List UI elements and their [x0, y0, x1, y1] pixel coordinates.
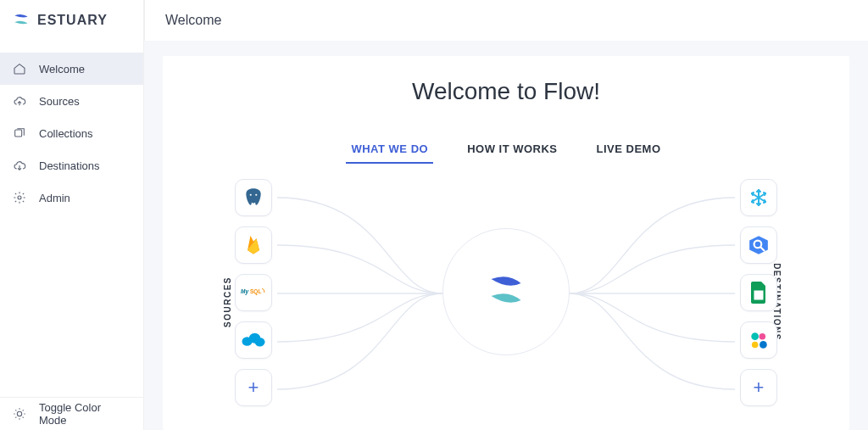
firebase-icon	[244, 234, 263, 256]
svg-point-17	[752, 342, 759, 349]
destination-google-sheets[interactable]	[740, 274, 777, 311]
svg-point-16	[760, 333, 766, 340]
estuary-flow-icon	[485, 271, 527, 313]
sidebar-item-label: Welcome	[39, 63, 85, 75]
sources-label: SOURCES	[223, 276, 232, 327]
toggle-color-mode-label: Toggle Color Mode	[39, 401, 131, 427]
tab-how-it-works[interactable]: HOW IT WORKS	[462, 136, 562, 164]
flow-diagram: SOURCES DESTINATIONS	[235, 179, 777, 425]
google-sheets-icon	[750, 282, 767, 304]
tab-live-demo[interactable]: LIVE DEMO	[592, 136, 666, 164]
svg-text:My: My	[241, 288, 248, 295]
toggle-color-mode[interactable]: Toggle Color Mode	[0, 398, 143, 430]
svg-point-3	[250, 194, 252, 196]
brand-logo[interactable]: ESTUARY	[0, 0, 143, 41]
page-title: Welcome	[165, 13, 221, 28]
home-icon	[12, 61, 27, 76]
sidebar-item-admin[interactable]: Admin	[0, 181, 143, 214]
destination-snowflake[interactable]	[740, 179, 777, 216]
svg-point-18	[760, 341, 767, 349]
plus-icon: +	[754, 377, 765, 399]
gear-icon	[12, 190, 27, 205]
svg-point-9	[255, 338, 265, 347]
welcome-tabs: WHAT WE DO HOW IT WORKS LIVE DEMO	[163, 136, 849, 164]
svg-point-1	[18, 196, 21, 199]
sidebar-item-collections[interactable]: Collections	[0, 117, 143, 149]
salesforce-icon	[241, 331, 266, 349]
plus-icon: +	[248, 377, 259, 399]
main-area: Welcome Welcome to Flow! WHAT WE DO HOW …	[144, 0, 868, 430]
destination-add[interactable]: +	[740, 369, 777, 406]
svg-point-2	[17, 411, 21, 416]
estuary-logo-icon	[12, 11, 31, 30]
destination-bigquery[interactable]	[740, 226, 777, 264]
source-add[interactable]: +	[235, 369, 272, 406]
source-mysql[interactable]: MySQL	[235, 274, 272, 311]
welcome-panel: Welcome to Flow! WHAT WE DO HOW IT WORKS…	[163, 56, 849, 430]
mysql-icon: MySQL	[241, 285, 266, 300]
postgresql-icon	[242, 187, 264, 209]
sidebar-item-label: Destinations	[39, 159, 100, 172]
cloud-up-icon	[12, 93, 27, 109]
sidebar-item-welcome[interactable]: Welcome	[0, 53, 143, 85]
bigquery-icon	[748, 234, 770, 256]
sidebar-item-destinations[interactable]: Destinations	[0, 149, 143, 181]
brightness-icon	[12, 406, 27, 422]
svg-text:SQL: SQL	[250, 288, 261, 295]
source-firebase[interactable]	[235, 226, 272, 264]
flow-center	[442, 228, 570, 355]
svg-point-15	[751, 332, 759, 340]
svg-marker-10	[749, 236, 768, 254]
svg-point-4	[255, 194, 257, 196]
svg-rect-0	[15, 130, 22, 137]
sidebar: ESTUARY Welcome Sources Collections	[0, 0, 144, 430]
source-salesforce[interactable]	[235, 321, 272, 359]
sidebar-item-label: Sources	[39, 95, 80, 108]
source-column: MySQL +	[235, 179, 272, 406]
collections-icon	[12, 126, 27, 141]
elasticsearch-icon	[748, 329, 770, 351]
cloud-down-icon	[12, 158, 27, 173]
welcome-heading: Welcome to Flow!	[163, 78, 849, 105]
sidebar-item-label: Admin	[39, 192, 70, 204]
sidebar-item-label: Collections	[39, 127, 93, 140]
source-postgresql[interactable]	[235, 179, 272, 216]
tab-what-we-do[interactable]: WHAT WE DO	[346, 136, 433, 164]
brand-name: ESTUARY	[37, 13, 108, 28]
sidebar-item-sources[interactable]: Sources	[0, 85, 143, 117]
destination-elasticsearch[interactable]	[740, 321, 777, 359]
header: Welcome	[144, 0, 868, 41]
destination-column: +	[740, 179, 777, 406]
snowflake-icon	[748, 187, 769, 208]
sidebar-nav: Welcome Sources Collections Destinations	[0, 41, 143, 397]
